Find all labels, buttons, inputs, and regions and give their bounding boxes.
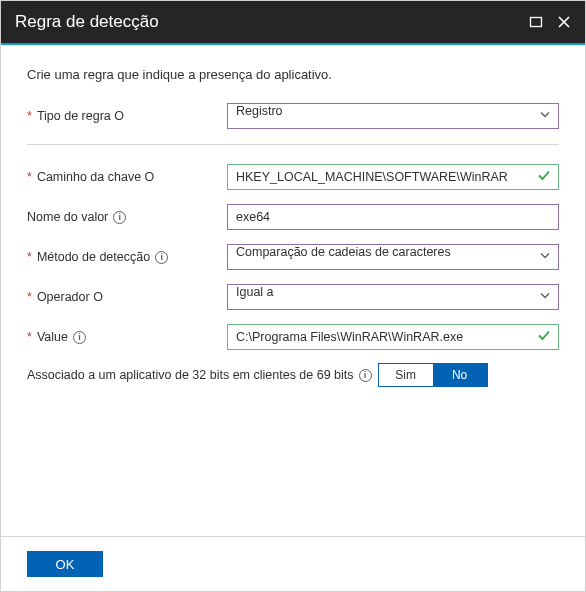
value-name-input[interactable] [227,204,559,230]
row-detect-method: * Método de detecção i Comparação de cad… [27,243,559,271]
detect-method-value: Comparação de cadeias de caracteres [236,245,451,259]
panel-content: Crie uma regra que indique a presença do… [1,45,585,387]
info-icon[interactable]: i [73,331,86,344]
field-key-path [227,164,559,190]
required-indicator: * [27,290,32,304]
label-text: Nome do valor [27,210,108,224]
row-operator: * Operador O Igual a [27,283,559,311]
value-input[interactable] [227,324,559,350]
label-value-name: Nome do valor i [27,210,227,224]
label-text: Operador O [37,290,103,304]
label-operator: * Operador O [27,290,227,304]
toggle-group: Sim No [378,363,488,387]
intro-text: Crie uma regra que indique a presença do… [27,67,559,82]
panel-footer: OK [1,536,585,591]
required-indicator: * [27,109,32,123]
required-indicator: * [27,170,32,184]
row-value: * Value i [27,323,559,351]
svg-rect-0 [531,18,542,27]
label-text: Caminho da chave O [37,170,154,184]
rule-type-select[interactable]: Registro [227,103,559,129]
key-path-input[interactable] [227,164,559,190]
required-indicator: * [27,330,32,344]
row-rule-type: * Tipo de regra O Registro [27,102,559,130]
required-indicator: * [27,250,32,264]
label-rule-type: * Tipo de regra O [27,109,227,123]
panel-header: Regra de detecção [1,1,585,45]
label-key-path: * Caminho da chave O [27,170,227,184]
maximize-icon[interactable] [529,15,543,29]
field-rule-type: Registro [227,103,559,129]
row-32bit-toggle: Associado a um aplicativo de 32 bits em … [27,363,559,387]
label-value: * Value i [27,330,227,344]
info-icon[interactable]: i [113,211,126,224]
label-text: Associado a um aplicativo de 32 bits em … [27,368,354,382]
operator-select[interactable]: Igual a [227,284,559,310]
toggle-yes[interactable]: Sim [379,364,433,386]
field-value-name [227,204,559,230]
header-actions [529,15,571,29]
info-icon[interactable]: i [155,251,168,264]
rule-type-value: Registro [236,104,283,118]
field-value [227,324,559,350]
ok-button[interactable]: OK [27,551,103,577]
label-text: Value [37,330,68,344]
field-detect-method: Comparação de cadeias de caracteres [227,244,559,270]
label-text: Tipo de regra O [37,109,124,123]
info-icon[interactable]: i [359,369,372,382]
operator-value: Igual a [236,285,274,299]
divider [27,144,559,145]
field-operator: Igual a [227,284,559,310]
close-icon[interactable] [557,15,571,29]
label-detect-method: * Método de detecção i [27,250,227,264]
panel-title: Regra de detecção [15,12,159,32]
detect-method-select[interactable]: Comparação de cadeias de caracteres [227,244,559,270]
label-32bit: Associado a um aplicativo de 32 bits em … [27,368,372,382]
row-value-name: Nome do valor i [27,203,559,231]
toggle-no[interactable]: No [433,364,487,386]
row-key-path: * Caminho da chave O [27,163,559,191]
label-text: Método de detecção [37,250,150,264]
